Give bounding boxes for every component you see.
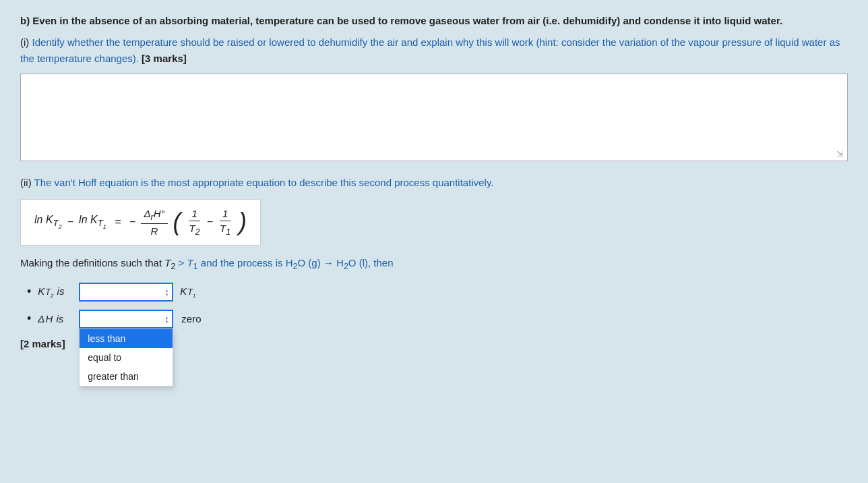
marks-label: [2 marks] [20,338,65,349]
eq-fraction-main: ΔrH° R [141,208,167,237]
kt1-suffix: KT1 [180,285,195,299]
eq-negative: − [129,216,135,228]
part-i-marks: [3 marks] [139,53,187,64]
zero-suffix: zero [181,313,201,324]
bullet-items: • KT2 is less than equal to greater than… [27,283,848,329]
eq-close-paren: ) [239,210,247,234]
equation-box: ln KT2 − ln KT1 = − ΔrH° R ( [20,199,261,246]
part-ii-label: (ii) [20,177,34,188]
eq-paren-content: 1 T2 − 1 T1 [187,208,234,237]
kt2-dropdown[interactable]: less than equal to greater than [79,283,173,302]
eq-frac-1-T2-den: T2 [187,221,203,237]
eq-lnKT2: ln KT2 [34,214,62,230]
dh-popup-item-lessthan[interactable]: less than [80,329,173,348]
eq-minus: − [67,216,73,228]
kt2-dropdown-wrapper[interactable]: less than equal to greater than ↕ [79,283,173,302]
bullet-dot-2: • [27,312,31,326]
eq-denominator: R [148,224,161,237]
part-ii-intro: (ii) The van't Hoff equation is the most… [20,175,848,191]
answer-textarea-box[interactable]: ⇲ [20,74,848,161]
kt2-label: KT2 is [38,285,75,299]
eq-frac-1-T2-num: 1 [189,208,199,221]
content-area: b) Even in the absence of an absorbing m… [20,13,848,349]
eq-numerator: ΔrH° [141,208,167,224]
part-i-text: (i) Identify whether the temperature sho… [20,34,848,67]
part-b-header-text: b) Even in the absence of an absorbing m… [20,15,782,26]
eq-paren-minus: − [207,216,213,228]
dh-label: ΔH is [38,313,75,324]
eq-equals: = [112,216,124,228]
dh-dropdown[interactable]: less than equal to greater than [79,310,173,329]
bullet-dot-1: • [27,285,31,299]
eq-frac-1-T1-den: T1 [217,221,233,237]
bullet-row-2: • ΔH is less than equal to greater than … [27,310,848,329]
making-text: Making the definitions such that T2 > T1… [20,255,848,273]
part-b-header: b) Even in the absence of an absorbing m… [20,13,848,29]
eq-paren-row: 1 T2 − 1 T1 [187,208,234,237]
part-ii-section: (ii) The van't Hoff equation is the most… [20,175,848,349]
eq-lnKT1: ln KT1 [79,214,106,230]
part-i-label: (i) [20,36,32,48]
dh-dropdown-popup: less than equal to greater than [79,329,173,387]
eq-frac-1-T1: 1 T1 [217,208,233,237]
bullet-row-1: • KT2 is less than equal to greater than… [27,283,848,302]
part-ii-blue-text: The van't Hoff equation is the most appr… [34,177,494,188]
eq-frac-1-T1-num: 1 [220,208,230,221]
dh-popup-item-equalto[interactable]: equal to [80,348,173,367]
equation-content: ln KT2 − ln KT1 = − ΔrH° R ( [34,208,247,237]
resize-handle: ⇲ [836,150,846,159]
eq-open-paren: ( [173,210,181,234]
dh-popup-item-greaterthan[interactable]: greater than [80,367,173,386]
dh-dropdown-open-container[interactable]: less than equal to greater than ↕ less t… [79,310,173,329]
eq-frac-1-T2: 1 T2 [187,208,203,237]
